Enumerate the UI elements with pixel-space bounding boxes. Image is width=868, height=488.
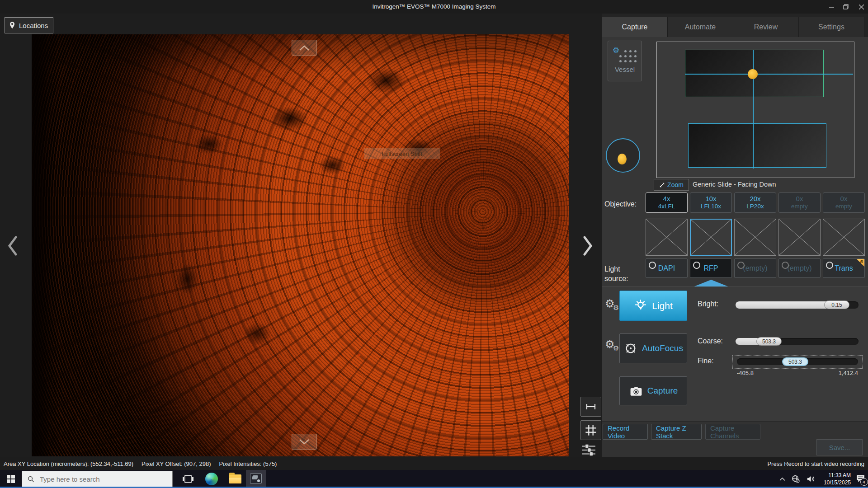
pan-up-button[interactable]: [292, 40, 317, 56]
tray-show-hidden-icons-button[interactable]: [776, 470, 788, 488]
taskbar-search-box[interactable]: [22, 471, 173, 487]
coarse-slider-thumb[interactable]: 503.3: [756, 337, 782, 346]
status-bar: Area XY Location (micrometers): (552.34,…: [0, 457, 868, 470]
channel-empty-button-2[interactable]: (empty): [778, 258, 821, 278]
objective-mag: 0x: [840, 195, 848, 203]
brightness-slider[interactable]: 0.15: [736, 301, 859, 309]
capture-button[interactable]: Capture: [619, 376, 687, 405]
camera-icon: [629, 385, 643, 397]
display-adjustments-button[interactable]: [581, 444, 596, 458]
objective-empty-button-1[interactable]: 0x empty: [778, 192, 821, 213]
locations-button[interactable]: Locations: [5, 17, 53, 33]
channel-trans-button[interactable]: Trans B: [823, 258, 865, 278]
channel-empty-button-1[interactable]: (empty): [734, 258, 776, 278]
objective-4x-button[interactable]: 4x 4xLFL: [646, 192, 688, 213]
scale-bar-icon: [585, 403, 597, 410]
slider-fill: [736, 301, 834, 309]
channel-thumbnail-empty-1[interactable]: [734, 219, 776, 256]
edge-browser-button[interactable]: [201, 470, 222, 488]
objective-label: Objective:: [604, 200, 637, 208]
objective-name: 4xLFL: [658, 203, 675, 211]
slide-type-label: Generic Slide - Facing Down: [693, 181, 776, 188]
grid-overlay-button[interactable]: [580, 420, 601, 440]
pan-left-button[interactable]: [4, 231, 22, 260]
channel-label: DAPI: [658, 264, 675, 272]
location-pin-icon: [9, 21, 15, 29]
navigator-zoom-button[interactable]: Zoom: [654, 179, 689, 191]
radio-icon: [649, 262, 656, 269]
vessel-label: Vessel: [615, 66, 635, 73]
network-status-button[interactable]: [789, 470, 802, 488]
autofocus-button[interactable]: AutoFocus: [619, 333, 687, 363]
channel-thumbnail-rfp[interactable]: [690, 219, 732, 256]
objective-name: empty: [835, 203, 852, 211]
bright-label: Bright:: [698, 300, 718, 308]
fine-label: Fine:: [698, 357, 714, 365]
status-area-xy: Area XY Location (micrometers): (552.34,…: [4, 460, 133, 467]
search-input[interactable]: [39, 475, 158, 483]
objective-name: LP20x: [746, 203, 764, 211]
light-toggle-button[interactable]: Light: [619, 291, 687, 321]
vessel-button[interactable]: ⚙ Vessel: [608, 41, 642, 81]
channel-label: (empty): [787, 264, 811, 272]
sliders-icon: [581, 444, 596, 456]
stage-navigator[interactable]: [656, 42, 854, 178]
chevron-right-icon: [582, 235, 593, 257]
restore-button[interactable]: [839, 0, 853, 14]
tab-capture[interactable]: Capture: [602, 17, 668, 37]
save-button[interactable]: Save...: [816, 439, 863, 455]
objective-20x-button[interactable]: 20x LP20x: [734, 192, 776, 213]
evos-app-taskbar-button[interactable]: [246, 470, 266, 488]
objective-mag: 10x: [705, 195, 716, 203]
capture-button-label: Capture: [647, 386, 678, 396]
microscope-live-image[interactable]: Fullscreen Shift: [32, 34, 569, 456]
radio-icon: [826, 262, 833, 269]
minimize-button[interactable]: [825, 0, 838, 14]
objective-10x-button[interactable]: 10x LFL10x: [690, 192, 732, 213]
window-title: Invitrogen™ EVOS™ M7000 Imaging System: [0, 0, 868, 14]
start-button[interactable]: [0, 470, 22, 488]
objective-mag: 20x: [750, 195, 760, 203]
coarse-label: Coarse:: [698, 337, 723, 345]
task-view-button[interactable]: [177, 470, 199, 488]
channel-dapi-button[interactable]: DAPI: [646, 258, 688, 278]
volume-button[interactable]: [804, 470, 817, 488]
channel-thumbnail-trans[interactable]: [823, 219, 865, 256]
tab-review[interactable]: Review: [733, 17, 799, 37]
fine-max-value: 1,412.4: [823, 370, 858, 376]
fine-focus-slider[interactable]: 503.3: [737, 358, 858, 365]
objective-name: empty: [791, 203, 808, 211]
file-explorer-button[interactable]: [224, 470, 246, 488]
coarse-focus-slider[interactable]: 503.3: [736, 338, 859, 345]
brightness-slider-thumb[interactable]: 0.15: [824, 300, 849, 309]
tab-settings[interactable]: Settings: [799, 17, 864, 37]
globe-no-internet-icon: [792, 475, 800, 483]
action-center-button[interactable]: 4: [853, 470, 868, 488]
channel-thumbnail-dapi[interactable]: [646, 219, 688, 256]
close-button[interactable]: [854, 0, 868, 14]
objective-name: LFL10x: [701, 203, 721, 211]
pan-right-button[interactable]: [579, 231, 597, 260]
crosshair-vertical-line: [753, 50, 754, 169]
chevron-up-icon: [298, 45, 310, 51]
objective-position-dot: [618, 154, 627, 164]
scale-bar-tool-button[interactable]: [580, 397, 601, 417]
pan-down-button[interactable]: [292, 434, 317, 450]
secondary-area-rect[interactable]: [688, 123, 826, 168]
taskbar-clock[interactable]: 11:33 AM 10/15/2025: [819, 470, 851, 488]
locations-label: Locations: [19, 22, 48, 29]
channel-thumbnail-empty-2[interactable]: [778, 219, 821, 256]
channel-rfp-button[interactable]: RFP: [690, 258, 732, 278]
radio-icon: [782, 262, 789, 269]
fine-slider-thumb[interactable]: 503.3: [782, 357, 808, 366]
stage-position-marker[interactable]: [748, 69, 758, 79]
tab-automate[interactable]: Automate: [668, 17, 733, 37]
capture-channels-button[interactable]: Capture Channels: [705, 424, 760, 440]
channel-label: Trans: [835, 264, 853, 272]
objective-empty-button-2[interactable]: 0x empty: [823, 192, 865, 213]
record-video-button[interactable]: Record Video: [603, 424, 648, 440]
light-bulb-icon: [634, 299, 647, 313]
edge-icon: [205, 473, 218, 485]
windows-logo-icon: [7, 475, 15, 483]
capture-z-stack-button[interactable]: Capture Z Stack: [651, 424, 702, 440]
